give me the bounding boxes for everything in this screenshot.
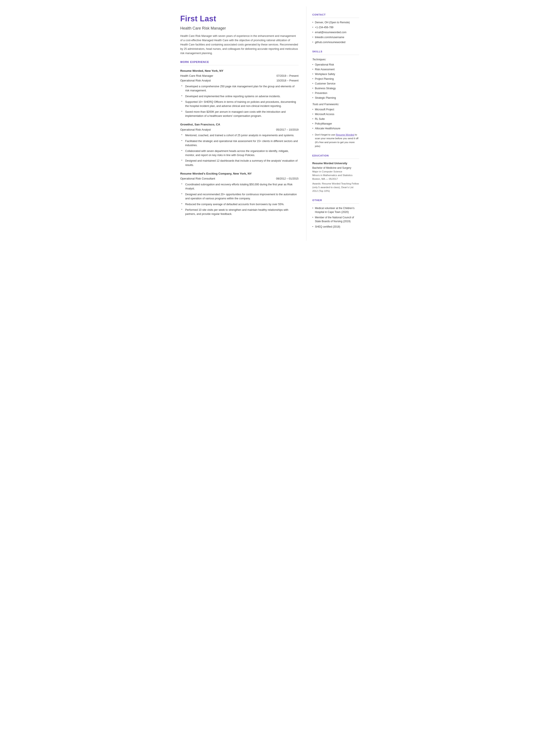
contact-item-email: email@resumeworded.com [312,30,359,34]
edu-block: Resume Worded University Bachelor of Med… [312,161,359,193]
job-dates-3a: 08/2012 – 01/2015 [276,177,298,181]
tools-label: Tools and Frameworks: [312,102,359,106]
company-name-3: Resume Worded's Exciting Company, New Yo… [180,172,299,176]
bullet-item: Coordinated subrogation and recovery eff… [182,182,299,191]
bullet-item: Reduced the company average of defaulted… [182,202,299,207]
company-name-1: Resume Worded, New York, NY [180,69,299,73]
job-row-1b: Operational Risk Analyst 10/2018 – Prese… [180,78,299,83]
company-block-1: Resume Worded, New York, NY Health Care … [180,69,299,118]
tool-item: Allocate HealthAssure [312,126,359,130]
other-item-council: Member of the National Council of State … [312,215,359,223]
skill-item: Prevention [312,91,359,95]
job-row-3a: Operational Risk Consultant 08/2012 – 01… [180,177,299,181]
candidate-job-title: Health Care Risk Manager [180,25,299,31]
job-role-2a: Operational Risk Analyst [180,127,211,132]
contact-item-phone: +1-234-456-789 [312,25,359,29]
skills-label: SKILLS [312,50,359,55]
bullet-item: Designed and recommended 20+ opportuniti… [182,192,299,201]
tool-item: Microsoft Access [312,112,359,116]
education-label: EDUCATION [312,154,359,159]
work-experience-label: WORK EXPERIENCE [180,60,299,65]
bullets-company-2: Mentored, coached, and trained a cohort … [182,133,299,167]
other-item-volunteer: Medical volunteer at the Children's Hosp… [312,206,359,214]
techniques-label: Techniques: [312,58,359,61]
skill-item: Project Planning [312,77,359,81]
bullet-item: Developed a comprehensive 250 page risk … [182,84,299,93]
education-section: EDUCATION Resume Worded University Bache… [312,154,359,193]
resume-page: First Last Health Care Risk Manager Heal… [171,0,365,247]
bullet-item: Collaborated with seven department heads… [182,149,299,157]
header-block: First Last Health Care Risk Manager Heal… [180,13,299,55]
tools-list: Microsoft Project Microsoft Access RL Su… [312,107,359,130]
skill-item: Business Strategy [312,86,359,90]
tool-item: Microsoft Project [312,107,359,111]
candidate-summary: Health Care Risk Manager with seven year… [180,34,299,55]
skill-item: Workplace Safety [312,72,359,76]
bullet-item: Saved more than $200K per annum in manag… [182,110,299,118]
job-dates-1b: 10/2018 – Present [276,79,298,83]
skills-section: SKILLS Techniques: Operational Risk Risk… [312,50,359,148]
resume-worded-note: Don't forget to use Resume Worded to sca… [312,133,359,148]
company-block-3: Resume Worded's Exciting Company, New Yo… [180,172,299,216]
job-row-1a: Health Care Risk Manager 07/2019 – Prese… [180,74,299,78]
contact-list: Denver, OH (Open to Remote) +1-234-456-7… [312,20,359,44]
job-dates-1a: 07/2019 – Present [276,74,298,78]
job-row-2a: Operational Risk Analyst 05/2017 – 10/20… [180,127,299,132]
tool-item: RL Suite [312,117,359,121]
job-role-1b: Operational Risk Analyst [180,78,211,83]
left-column: First Last Health Care Risk Manager Heal… [171,7,306,241]
edu-minors: Minors in Mathematics and Statistics [312,174,359,177]
right-column: CONTACT Denver, OH (Open to Remote) +1-2… [306,7,365,241]
contact-label: CONTACT [312,13,359,18]
bullet-item: Developed and implemented five online re… [182,95,299,98]
tool-item: PolicyManager [312,122,359,126]
job-role-1a: Health Care Risk Manager [180,74,213,78]
edu-major: Major in Computer Science [312,170,359,174]
contact-item-linkedin: linkedin.com/in/username [312,35,359,39]
bullet-item: Supported 10+ SHERQ Officers in terms of… [182,100,299,108]
edu-degree: Bachelor of Medicine and Surgery [312,166,359,170]
other-section: OTHER Medical volunteer at the Children'… [312,199,359,228]
resume-worded-link[interactable]: Resume Worded [336,133,354,136]
techniques-list: Operational Risk Risk Assessment Workpla… [312,63,359,100]
contact-item-location: Denver, OH (Open to Remote) [312,20,359,24]
other-label: OTHER [312,199,359,204]
other-item-sheq: SHEQ certified (2018) [312,225,359,229]
company-name-2: Growthsi, San Francisco, CA [180,123,299,127]
contact-section: CONTACT Denver, OH (Open to Remote) +1-2… [312,13,359,44]
skill-item: Risk Assessment [312,68,359,71]
skill-item: Operational Risk [312,63,359,67]
job-dates-2a: 05/2017 – 10/2019 [276,128,298,132]
bullet-item: Performed 10 site visits per week to str… [182,208,299,216]
bullet-item: Facilitated the strategic and operationa… [182,139,299,148]
edu-awards: Awards: Resume Worded Teaching Fellow (o… [312,182,359,193]
skill-item: Strategic Planning [312,96,359,100]
bullet-item: Mentored, coached, and trained a cohort … [182,133,299,137]
company-block-2: Growthsi, San Francisco, CA Operational … [180,123,299,167]
edu-location-date: Boston, MA — 05/2017 [312,177,359,181]
candidate-name: First Last [180,13,299,25]
other-list: Medical volunteer at the Children's Hosp… [312,206,359,229]
edu-university: Resume Worded University [312,161,359,165]
bullets-company-3: Coordinated subrogation and recovery eff… [182,182,299,216]
skill-item: Customer Service [312,82,359,86]
note-prefix: Don't forget to use [315,133,336,136]
bullets-company-1: Developed a comprehensive 250 page risk … [182,84,299,118]
contact-item-github: github.com/resumeworded [312,40,359,44]
bullet-item: Designed and maintained 12 dashboards th… [182,159,299,167]
job-role-3a: Operational Risk Consultant [180,177,215,181]
